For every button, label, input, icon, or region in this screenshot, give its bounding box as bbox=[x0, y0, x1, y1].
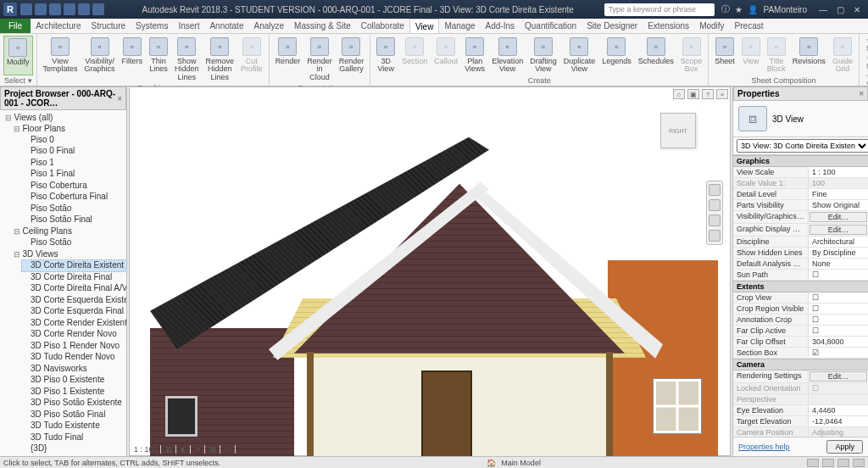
tree-item[interactable]: Piso 1 Final bbox=[22, 169, 126, 181]
main-model-label[interactable]: Main Model bbox=[501, 459, 541, 467]
ribbon-render-button[interactable]: ▫Render bbox=[273, 36, 303, 83]
ribbon--d-view-button[interactable]: ▫3DView bbox=[374, 36, 398, 75]
crop-icon[interactable]: ▭ bbox=[222, 445, 236, 454]
prop-row[interactable]: Graphic Display Optio…Edit… bbox=[733, 224, 868, 237]
close-button[interactable]: ✕ bbox=[849, 3, 865, 15]
ribbon-schedules-button[interactable]: ▫Schedules bbox=[636, 36, 676, 75]
prop-value[interactable] bbox=[809, 304, 868, 314]
tree-item[interactable]: 3D Navisworks bbox=[22, 363, 126, 375]
shadows-icon[interactable]: ▩ bbox=[207, 445, 220, 454]
tree-item[interactable]: Piso 1 bbox=[22, 157, 126, 169]
prop-value[interactable]: None bbox=[809, 259, 868, 269]
qat-more-icon[interactable] bbox=[92, 3, 104, 15]
tree-item[interactable]: Piso Sotão bbox=[22, 203, 126, 214]
prop-row[interactable]: Sun Path bbox=[733, 270, 868, 281]
canvas-help-icon[interactable]: ? bbox=[702, 89, 714, 99]
signin-icon[interactable]: 👤 bbox=[748, 5, 758, 14]
star-icon[interactable]: ★ bbox=[735, 5, 743, 14]
prop-value[interactable] bbox=[809, 270, 868, 280]
tree-item[interactable]: {3D} bbox=[22, 443, 126, 455]
tree-item[interactable]: 3D Corte Render Existente bbox=[22, 317, 126, 329]
ribbon-elevation-view-button[interactable]: ▫ElevationView bbox=[489, 36, 526, 75]
tree-item[interactable]: Piso Sotão Final bbox=[22, 214, 126, 226]
prop-value[interactable]: Fine bbox=[809, 189, 868, 199]
canvas-home-icon[interactable]: ⌂ bbox=[673, 89, 685, 99]
tab-collaborate[interactable]: Collaborate bbox=[356, 19, 409, 33]
tree-item[interactable]: 3D Tudo Render Novo bbox=[22, 352, 126, 364]
tree-item[interactable]: 3D Views3D Corte Direita Existent3D Cort… bbox=[14, 249, 126, 455]
help-search-input[interactable]: Type a keyword or phrase bbox=[604, 3, 715, 16]
prop-row[interactable]: Crop Region Visible bbox=[733, 304, 868, 315]
close-panel-icon[interactable]: × bbox=[117, 94, 122, 103]
tab-modify[interactable]: Modify bbox=[694, 19, 729, 33]
tree-item[interactable]: 3D Piso 0 Existente bbox=[22, 375, 126, 387]
tree-item[interactable]: Piso Cobertura Final bbox=[22, 192, 126, 203]
tab-add-ins[interactable]: Add-Ins bbox=[481, 19, 520, 33]
prop-row[interactable]: Crop View bbox=[733, 292, 868, 304]
close-properties-icon[interactable]: × bbox=[859, 89, 864, 98]
prop-row[interactable]: Eye Elevation4,4460 bbox=[733, 405, 868, 416]
ribbon-legends-button[interactable]: ▫Legends bbox=[599, 36, 634, 75]
filter-icon[interactable] bbox=[807, 459, 819, 467]
prop-value[interactable] bbox=[809, 315, 868, 325]
prop-row[interactable]: View Scale1 : 100 bbox=[733, 167, 868, 178]
quick-access-toolbar[interactable] bbox=[20, 3, 104, 15]
visual-style-icon[interactable]: ◐ bbox=[178, 445, 191, 454]
ribbon-duplicate-view-button[interactable]: ▫DuplicateView bbox=[561, 36, 598, 75]
prop-value[interactable]: Edit… bbox=[810, 225, 867, 235]
tree-item[interactable]: 3D Corte Esquerda Existent bbox=[22, 294, 126, 306]
tab-manage[interactable]: Manage bbox=[439, 19, 480, 33]
prop-row[interactable]: Parts VisibilityShow Original bbox=[733, 200, 868, 211]
tree-item[interactable]: 3D Piso Sotão Final bbox=[22, 409, 126, 421]
prop-row[interactable]: Far Clip Offset304,8000 bbox=[733, 337, 868, 348]
tree-item[interactable]: 3D Corte Direita Final A/V bbox=[22, 283, 126, 295]
tree-item[interactable]: Piso 0 Final bbox=[22, 146, 126, 158]
canvas-max-icon[interactable]: ▣ bbox=[687, 89, 699, 99]
minimize-button[interactable]: — bbox=[815, 3, 831, 15]
select-icon[interactable] bbox=[822, 459, 834, 467]
tree-item[interactable]: Floor PlansPiso 0Piso 0 FinalPiso 1Piso … bbox=[14, 123, 126, 226]
scale-label[interactable]: 1 : 100 bbox=[131, 445, 161, 454]
qat-undo-icon[interactable] bbox=[49, 3, 61, 15]
ribbon-plan-views-button[interactable]: ▫PlanViews bbox=[462, 36, 487, 75]
properties-title[interactable]: Properties × bbox=[733, 86, 868, 101]
link-icon[interactable] bbox=[853, 459, 865, 467]
detail-level-icon[interactable]: ▦ bbox=[163, 445, 176, 454]
prop-value[interactable]: By Discipline bbox=[809, 248, 868, 258]
ribbon-revisions-button[interactable]: ▫Revisions bbox=[790, 36, 828, 75]
tree-item[interactable]: 3D Tudo Final bbox=[22, 432, 126, 443]
prop-category[interactable]: Camera bbox=[733, 359, 868, 370]
ribbon-show-hidden-lines-button[interactable]: ▫ShowHidden Lines bbox=[172, 36, 202, 83]
file-menu-button[interactable]: File bbox=[0, 19, 31, 33]
canvas-close-icon[interactable]: × bbox=[716, 89, 728, 99]
prop-value[interactable]: -12,0464 bbox=[809, 416, 868, 426]
ribbon-render-in-cloud-button[interactable]: ▫Renderin Cloud bbox=[304, 36, 335, 83]
ribbon-view-templates-button[interactable]: ▫ViewTemplates bbox=[41, 36, 81, 83]
tab-extensions[interactable]: Extensions bbox=[643, 19, 694, 33]
ribbon-remove-hidden-lines-button[interactable]: ▫RemoveHidden Lines bbox=[203, 36, 237, 83]
qat-print-icon[interactable] bbox=[78, 3, 90, 15]
tree-item[interactable]: Piso Cobertura bbox=[22, 180, 126, 192]
qat-open-icon[interactable] bbox=[20, 3, 32, 15]
prop-value[interactable]: Edit… bbox=[810, 371, 867, 382]
prop-row[interactable]: Show Hidden LinesBy Discipline bbox=[733, 248, 868, 259]
pin-icon[interactable] bbox=[837, 459, 849, 467]
tree-item[interactable]: 3D Tudo Existente bbox=[22, 421, 126, 432]
prop-row[interactable]: Default Analysis Displ…None bbox=[733, 259, 868, 270]
prop-value[interactable]: Architectural bbox=[809, 237, 868, 247]
tree-item[interactable]: Views (all)Floor PlansPiso 0Piso 0 Final… bbox=[5, 112, 126, 456]
tree-item[interactable]: 3D Corte Direita Existent bbox=[22, 260, 126, 272]
prop-value[interactable]: 1 : 100 bbox=[809, 167, 868, 177]
tab-architecture[interactable]: Architecture bbox=[31, 19, 86, 33]
project-browser-tree[interactable]: Views (all)Floor PlansPiso 0Piso 0 Final… bbox=[0, 110, 126, 456]
prop-category[interactable]: Graphics bbox=[733, 155, 868, 167]
prop-value[interactable] bbox=[809, 326, 868, 336]
prop-value[interactable]: 304,8000 bbox=[809, 337, 868, 347]
view-control-bar[interactable]: 1 : 100 ▦ ◐ ☀ ▩ ▭ bbox=[131, 445, 236, 454]
sun-path-icon[interactable]: ☀ bbox=[192, 445, 205, 454]
tree-item[interactable]: 3D Piso Sotão Existente bbox=[22, 398, 126, 410]
tree-item[interactable]: 3D Corte Render Novo bbox=[22, 329, 126, 341]
prop-row[interactable]: Annotation Crop bbox=[733, 315, 868, 326]
properties-table[interactable]: GraphicsView Scale1 : 100Scale Value 1:1… bbox=[733, 155, 868, 437]
prop-row[interactable]: DisciplineArchitectural bbox=[733, 237, 868, 248]
